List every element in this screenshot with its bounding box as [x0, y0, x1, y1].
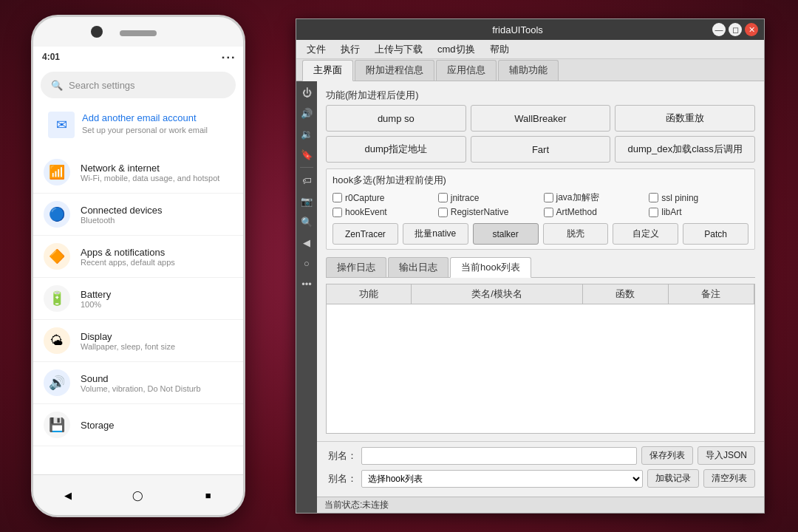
display-icon: 🌤	[44, 327, 70, 354]
btn-batch-native[interactable]: 批量native	[403, 223, 468, 245]
settings-item-sound[interactable]: 🔊 Sound Volume, vibration, Do Not Distur…	[33, 362, 243, 404]
cb-hookevent[interactable]: hookEvent	[332, 207, 432, 217]
main-tab-bar: 主界面 附加进程信息 应用信息 辅助功能	[296, 59, 764, 81]
side-panel: ⏻ 🔊 🔉 🔖 🏷 📷 🔍 ◀ ○ •••	[296, 81, 317, 513]
settings-item-connected[interactable]: 🔵 Connected devices Bluetooth	[33, 194, 243, 236]
cb-register-native-input[interactable]	[438, 208, 448, 217]
cb-java-crypto-input[interactable]	[544, 193, 553, 202]
tab-main-interface[interactable]: 主界面	[302, 60, 353, 81]
menu-execute[interactable]: 执行	[333, 41, 367, 58]
hook-data-table: 功能 类名/模块名 函数 备注	[327, 284, 754, 304]
btn-dump-dex[interactable]: dump_dex加载class后调用	[615, 136, 755, 163]
cb-artmethod-input[interactable]	[544, 208, 553, 217]
side-separator-1	[300, 167, 313, 168]
menu-help[interactable]: 帮助	[482, 41, 516, 58]
settings-text-network: Network & internet Wi-Fi, mobile, data u…	[81, 163, 219, 183]
settings-item-display[interactable]: 🌤 Display Wallpaper, sleep, font size	[33, 320, 243, 362]
import-json-button[interactable]: 导入JSON	[698, 446, 755, 465]
side-more-icon[interactable]: •••	[299, 276, 315, 292]
cb-artmethod[interactable]: ArtMethod	[544, 207, 644, 217]
btn-zentracer[interactable]: ZenTracer	[332, 223, 398, 245]
hook-section: hook多选(附加进程前使用) r0Capture jnitrace	[326, 168, 755, 250]
save-list-button[interactable]: 保存列表	[641, 446, 693, 465]
alias-row-1: 别名： 保存列表 导入JSON	[326, 446, 755, 465]
hook-btn-row: ZenTracer 批量native stalker 脱壳 自定义 Patch	[332, 223, 748, 245]
maximize-button[interactable]: ◻	[729, 23, 742, 36]
log-tab-current-hook[interactable]: 当前hook列表	[450, 257, 531, 278]
close-button[interactable]: ✕	[745, 23, 758, 36]
network-icon: 📶	[44, 159, 70, 185]
sound-icon: 🔊	[44, 369, 70, 396]
menu-cmd-switch[interactable]: cmd切换	[430, 41, 482, 58]
btn-wallbreaker[interactable]: WallBreaker	[471, 105, 611, 132]
tab-app-info[interactable]: 应用信息	[436, 60, 497, 81]
btn-func-replay[interactable]: 函数重放	[615, 105, 755, 132]
bluetooth-icon: 🔵	[44, 201, 70, 228]
cb-libart[interactable]: libArt	[649, 207, 748, 217]
tab-aux-func[interactable]: 辅助功能	[498, 60, 559, 81]
load-record-button[interactable]: 加载记录	[647, 469, 699, 488]
table-header-note: 备注	[668, 284, 754, 304]
clear-list-button[interactable]: 清空列表	[703, 469, 755, 488]
btn-patch[interactable]: Patch	[683, 223, 748, 245]
cb-jnitrace[interactable]: jnitrace	[438, 191, 538, 204]
side-camera-icon[interactable]: 📷	[299, 193, 315, 209]
cb-ssl-pining-input[interactable]	[649, 193, 658, 202]
email-title[interactable]: Add another email account	[82, 112, 208, 125]
table-header-classmodule: 类名/模块名	[412, 284, 582, 304]
log-tab-ops[interactable]: 操作日志	[326, 257, 386, 277]
email-icon: ✉	[48, 112, 75, 138]
side-search-icon[interactable]: 🔍	[299, 214, 315, 230]
side-volume-up-icon[interactable]: 🔊	[299, 105, 315, 121]
phone-status-bar: 4:01 ▪ ▪ ▪	[33, 47, 243, 67]
cb-libart-input[interactable]	[649, 208, 658, 217]
menu-file[interactable]: 文件	[299, 41, 333, 58]
cb-r0capture[interactable]: r0Capture	[332, 191, 432, 204]
minimize-button[interactable]: —	[712, 23, 726, 36]
btn-fart[interactable]: Fart	[471, 136, 611, 163]
settings-text-connected: Connected devices Bluetooth	[81, 205, 163, 225]
btn-custom[interactable]: 自定义	[613, 223, 678, 245]
btn-dump-so[interactable]: dump so	[326, 105, 466, 132]
log-tab-output[interactable]: 输出日志	[388, 257, 449, 277]
email-text: Add another email account Set up your pe…	[82, 112, 208, 137]
window-title: fridaUITools	[323, 24, 712, 35]
cb-r0capture-input[interactable]	[332, 193, 342, 202]
hook-table: 功能 类名/模块名 函数 备注	[326, 284, 755, 434]
func-section: 功能(附加进程后使用) dump so WallBreaker 函数重放 dum…	[326, 89, 755, 163]
alias-input-1[interactable]	[361, 447, 637, 465]
btn-stalker[interactable]: stalker	[473, 223, 539, 245]
settings-text-storage: Storage	[81, 420, 115, 431]
side-power-icon[interactable]: ⏻	[299, 84, 315, 100]
bottom-section: 别名： 保存列表 导入JSON 别名： 选择hook列表 加载记录 清空列表	[317, 441, 764, 497]
side-volume-down-icon[interactable]: 🔉	[299, 126, 315, 142]
phone-screen: 4:01 ▪ ▪ ▪ 🔍 Search settings ✉ Add anoth…	[33, 47, 243, 474]
back-button[interactable]: ◀	[58, 485, 78, 505]
cb-ssl-pining[interactable]: ssl pining	[649, 191, 748, 204]
home-button[interactable]: ◯	[128, 485, 149, 505]
search-bar[interactable]: 🔍 Search settings	[41, 72, 236, 98]
cb-java-crypto[interactable]: java加解密	[544, 191, 644, 204]
side-bookmark-icon[interactable]: 🔖	[299, 146, 315, 163]
btn-dump-address[interactable]: dump指定地址	[326, 136, 466, 163]
tab-attach-info[interactable]: 附加进程信息	[355, 60, 434, 81]
cb-hookevent-input[interactable]	[332, 208, 342, 217]
email-subtitle: Set up your personal or work email	[82, 125, 208, 136]
cb-register-native[interactable]: RegisterNative	[438, 207, 538, 217]
status-bar-bottom: 当前状态:未连接	[317, 497, 764, 513]
menu-upload-download[interactable]: 上传与下载	[367, 41, 430, 58]
cb-jnitrace-input[interactable]	[438, 193, 448, 202]
btn-unpack[interactable]: 脱壳	[543, 223, 609, 245]
side-tag-icon[interactable]: 🏷	[299, 172, 315, 188]
search-icon: 🔍	[51, 80, 63, 91]
signal-icon: ▪	[227, 53, 230, 61]
settings-item-apps[interactable]: 🔶 Apps & notifications Recent apps, defa…	[33, 236, 243, 278]
settings-item-network[interactable]: 📶 Network & internet Wi-Fi, mobile, data…	[33, 151, 243, 194]
settings-item-storage[interactable]: 💾 Storage	[33, 404, 243, 446]
alias-row-2: 别名： 选择hook列表 加载记录 清空列表	[326, 469, 755, 488]
hook-list-select[interactable]: 选择hook列表	[361, 470, 643, 488]
recents-button[interactable]: ■	[198, 485, 219, 505]
side-circle-icon[interactable]: ○	[299, 255, 315, 271]
settings-item-battery[interactable]: 🔋 Battery 100%	[33, 278, 243, 320]
side-back-icon[interactable]: ◀	[299, 234, 315, 250]
